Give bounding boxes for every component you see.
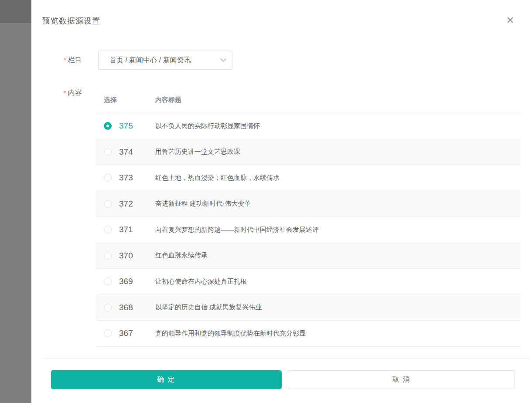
footer-divider	[44, 358, 530, 359]
chevron-down-icon	[215, 58, 232, 62]
dialog-title: 预览数据源设置	[42, 16, 100, 26]
row-id: 371	[119, 225, 133, 234]
row-title: 党的领导作用和党的领导制度优势在新时代充分彰显	[155, 329, 521, 338]
dimmed-page-backdrop	[0, 0, 31, 403]
row-select-cell: 371	[96, 225, 155, 234]
content-field-label: *内容	[64, 88, 82, 98]
row-select-cell: 368	[96, 303, 155, 312]
row-select-cell: 367	[96, 328, 155, 338]
row-id: 369	[119, 277, 133, 286]
content-table-header: 选择 内容标题	[96, 87, 521, 113]
dimmed-page-topbar	[0, 0, 31, 23]
row-title: 红色土地，热血浸染；红色血脉，永续传承	[155, 174, 521, 182]
table-row[interactable]: 371 向着复兴梦想的新跨越——新时代中国经济社会发展述评	[96, 217, 521, 243]
preview-datasource-dialog: 预览数据源设置 ✕ *栏目 首页 / 新闻中心 / 新闻资讯 *内容 选择 内容…	[31, 0, 532, 403]
row-title: 奋进新征程 建功新时代·伟大变革	[155, 200, 521, 208]
row-title: 向着复兴梦想的新跨越——新时代中国经济社会发展述评	[155, 226, 521, 234]
confirm-button[interactable]: 确 定	[51, 370, 282, 389]
row-select-cell: 369	[96, 277, 155, 286]
column-field-label-text: 栏目	[68, 56, 82, 64]
content-table-body: 375 以不负人民的实际行动彰显家国情怀 374 用鲁艺历史讲一堂文艺思政课 3…	[96, 113, 521, 347]
row-id: 374	[119, 147, 133, 157]
row-title: 以坚定的历史自信 成就民族复兴伟业	[155, 303, 521, 312]
close-icon[interactable]: ✕	[503, 14, 517, 27]
row-id: 372	[119, 199, 133, 209]
table-row[interactable]: 373 红色土地，热血浸染；红色血脉，永续传承	[96, 165, 521, 191]
row-title: 用鲁艺历史讲一堂文艺思政课	[155, 148, 521, 156]
radio-button-icon[interactable]	[104, 329, 112, 337]
table-row[interactable]: 370 红色血脉永续传承	[96, 243, 521, 269]
row-select-cell: 375	[96, 121, 155, 131]
row-title: 让初心使命在内心深处真正扎根	[155, 278, 521, 286]
radio-button-icon[interactable]	[104, 148, 112, 156]
row-id: 373	[119, 173, 133, 183]
row-id: 368	[119, 303, 133, 312]
row-select-cell: 373	[96, 173, 155, 183]
table-row[interactable]: 368 以坚定的历史自信 成就民族复兴伟业	[96, 295, 521, 321]
column-select-value: 首页 / 新闻中心 / 新闻资讯	[99, 56, 215, 65]
content-field-label-text: 内容	[68, 89, 82, 96]
row-select-cell: 374	[96, 147, 155, 157]
table-row[interactable]: 375 以不负人民的实际行动彰显家国情怀	[96, 113, 521, 139]
row-id: 375	[119, 121, 133, 131]
content-table: 选择 内容标题 375 以不负人民的实际行动彰显家国情怀 374 用鲁艺历史讲一…	[96, 87, 521, 347]
table-row[interactable]: 372 奋进新征程 建功新时代·伟大变革	[96, 191, 521, 217]
row-id: 370	[119, 251, 133, 261]
radio-button-icon[interactable]	[104, 174, 112, 182]
required-mark: *	[64, 89, 66, 96]
row-select-cell: 372	[96, 199, 155, 209]
column-select[interactable]: 首页 / 新闻中心 / 新闻资讯	[98, 51, 232, 70]
row-title: 红色血脉永续传承	[155, 251, 521, 260]
column-field-label: *栏目	[64, 56, 82, 65]
radio-button-icon[interactable]	[104, 278, 112, 285]
table-row[interactable]: 367 党的领导作用和党的领导制度优势在新时代充分彰显	[96, 321, 521, 347]
header-title-column: 内容标题	[155, 96, 521, 104]
required-mark: *	[64, 56, 66, 64]
row-id: 367	[119, 328, 133, 338]
row-title: 以不负人民的实际行动彰显家国情怀	[155, 122, 521, 130]
radio-button-icon[interactable]	[104, 200, 112, 208]
table-row[interactable]: 369 让初心使命在内心深处真正扎根	[96, 269, 521, 295]
row-select-cell: 370	[96, 251, 155, 261]
radio-button-icon[interactable]	[104, 122, 112, 130]
table-row[interactable]: 374 用鲁艺历史讲一堂文艺思政课	[96, 139, 521, 166]
radio-button-icon[interactable]	[104, 252, 112, 260]
cancel-button[interactable]: 取 消	[288, 370, 515, 389]
header-select-column: 选择	[96, 96, 155, 104]
radio-button-icon[interactable]	[104, 226, 112, 234]
radio-button-icon[interactable]	[104, 304, 112, 312]
